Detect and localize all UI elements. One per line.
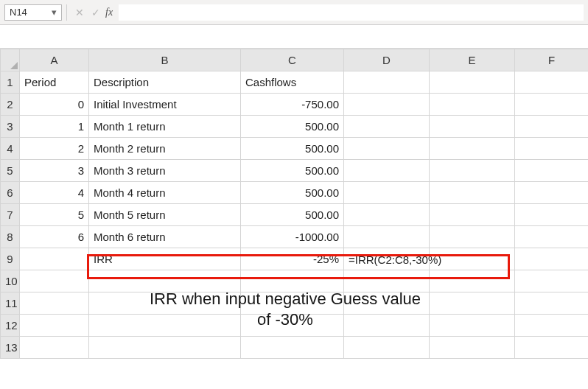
cell-D5[interactable] bbox=[344, 160, 430, 182]
cell-C7[interactable]: 500.00 bbox=[241, 204, 344, 226]
cell-F4[interactable] bbox=[515, 138, 589, 160]
cell-F2[interactable] bbox=[515, 94, 589, 116]
cell-E9[interactable] bbox=[430, 248, 515, 270]
table-row: 3 1 Month 1 return 500.00 bbox=[1, 116, 589, 138]
cell-A11[interactable] bbox=[20, 292, 89, 315]
cell-D3[interactable] bbox=[344, 116, 430, 138]
row-header-3[interactable]: 3 bbox=[1, 116, 20, 138]
col-header-E[interactable]: E bbox=[430, 49, 515, 71]
cell-A4[interactable]: 2 bbox=[20, 138, 89, 160]
row-header-11[interactable]: 11 bbox=[1, 292, 20, 315]
cell-D4[interactable] bbox=[344, 138, 430, 160]
row-header-8[interactable]: 8 bbox=[1, 226, 20, 248]
cell-B5[interactable]: Month 3 return bbox=[89, 160, 241, 182]
name-box[interactable]: N14 ▾ bbox=[4, 4, 62, 21]
cell-C2[interactable]: -750.00 bbox=[241, 94, 344, 116]
cell-F1[interactable] bbox=[515, 71, 589, 94]
col-header-C[interactable]: C bbox=[241, 49, 344, 71]
cell-E8[interactable] bbox=[430, 226, 515, 248]
row-header-10[interactable]: 10 bbox=[1, 270, 20, 292]
cell-E3[interactable] bbox=[430, 116, 515, 138]
cell-B6[interactable]: Month 4 return bbox=[89, 182, 241, 204]
cell-F12[interactable] bbox=[515, 315, 589, 337]
cell-F10[interactable] bbox=[515, 270, 589, 292]
cell-D7[interactable] bbox=[344, 204, 430, 226]
row-header-4[interactable]: 4 bbox=[1, 138, 20, 160]
cell-B13[interactable] bbox=[89, 337, 241, 359]
row-header-9[interactable]: 9 bbox=[1, 248, 20, 270]
cell-A1[interactable]: Period bbox=[20, 71, 89, 94]
cell-F11[interactable] bbox=[515, 292, 589, 315]
name-box-value: N14 bbox=[10, 7, 27, 18]
row-header-2[interactable]: 2 bbox=[1, 94, 20, 116]
table-row: 6 4 Month 4 return 500.00 bbox=[1, 182, 589, 204]
col-header-B[interactable]: B bbox=[89, 49, 241, 71]
table-row: 2 0 Initial Investment -750.00 bbox=[1, 94, 589, 116]
caption-line1: IRR when input negative Guess value bbox=[150, 290, 421, 308]
cell-C5[interactable]: 500.00 bbox=[241, 160, 344, 182]
cell-E13[interactable] bbox=[430, 337, 515, 359]
cell-A8[interactable]: 6 bbox=[20, 226, 89, 248]
confirm-icon: ✓ bbox=[88, 4, 104, 21]
cell-A7[interactable]: 5 bbox=[20, 204, 89, 226]
row-header-7[interactable]: 7 bbox=[1, 204, 20, 226]
cell-A2[interactable]: 0 bbox=[20, 94, 89, 116]
cell-B4[interactable]: Month 2 return bbox=[89, 138, 241, 160]
cell-B9[interactable]: IRR bbox=[89, 248, 241, 270]
cell-A9[interactable] bbox=[20, 248, 89, 270]
cell-F7[interactable] bbox=[515, 204, 589, 226]
row-header-1[interactable]: 1 bbox=[1, 71, 20, 94]
cell-B1[interactable]: Description bbox=[89, 71, 241, 94]
col-header-F[interactable]: F bbox=[515, 49, 589, 71]
cell-C9[interactable]: -25% bbox=[241, 248, 344, 270]
cell-F5[interactable] bbox=[515, 160, 589, 182]
cell-B7[interactable]: Month 5 return bbox=[89, 204, 241, 226]
cell-C4[interactable]: 500.00 bbox=[241, 138, 344, 160]
cell-E5[interactable] bbox=[430, 160, 515, 182]
cell-D9-text: =IRR(C2:C8,-30%) bbox=[349, 253, 441, 265]
cell-A12[interactable] bbox=[20, 315, 89, 337]
cell-A5[interactable]: 3 bbox=[20, 160, 89, 182]
cell-F13[interactable] bbox=[515, 337, 589, 359]
row-header-5[interactable]: 5 bbox=[1, 160, 20, 182]
cell-F6[interactable] bbox=[515, 182, 589, 204]
cell-D13[interactable] bbox=[344, 337, 430, 359]
cell-A10[interactable] bbox=[20, 270, 89, 292]
spreadsheet-grid[interactable]: A B C D E F 1 Period Description Cashflo… bbox=[0, 49, 588, 359]
cell-C3[interactable]: 500.00 bbox=[241, 116, 344, 138]
cell-D1[interactable] bbox=[344, 71, 430, 94]
cell-D2[interactable] bbox=[344, 94, 430, 116]
select-all-corner[interactable] bbox=[1, 49, 20, 71]
cell-A3[interactable]: 1 bbox=[20, 116, 89, 138]
row-header-13[interactable]: 13 bbox=[1, 337, 20, 359]
row-header-12[interactable]: 12 bbox=[1, 315, 20, 337]
cell-F3[interactable] bbox=[515, 116, 589, 138]
col-header-D[interactable]: D bbox=[344, 49, 430, 71]
cell-D8[interactable] bbox=[344, 226, 430, 248]
cell-C6[interactable]: 500.00 bbox=[241, 182, 344, 204]
name-box-dropdown-icon[interactable]: ▾ bbox=[48, 5, 60, 20]
cell-C8[interactable]: -1000.00 bbox=[241, 226, 344, 248]
cell-E2[interactable] bbox=[430, 94, 515, 116]
cell-A6[interactable]: 4 bbox=[20, 182, 89, 204]
cell-B3[interactable]: Month 1 return bbox=[89, 116, 241, 138]
cell-C1[interactable]: Cashflows bbox=[241, 71, 344, 94]
cell-F8[interactable] bbox=[515, 226, 589, 248]
table-row: 1 Period Description Cashflows bbox=[1, 71, 589, 94]
cell-D6[interactable] bbox=[344, 182, 430, 204]
row-header-6[interactable]: 6 bbox=[1, 182, 20, 204]
cell-F9[interactable] bbox=[515, 248, 589, 270]
cell-C13[interactable] bbox=[241, 337, 344, 359]
cell-B2[interactable]: Initial Investment bbox=[89, 94, 241, 116]
cell-D9[interactable]: =IRR(C2:C8,-30%) bbox=[344, 248, 430, 270]
formula-input[interactable] bbox=[119, 4, 584, 21]
cell-E6[interactable] bbox=[430, 182, 515, 204]
cell-B8[interactable]: Month 6 return bbox=[89, 226, 241, 248]
col-header-A[interactable]: A bbox=[20, 49, 89, 71]
cell-A13[interactable] bbox=[20, 337, 89, 359]
cell-E7[interactable] bbox=[430, 204, 515, 226]
cell-E1[interactable] bbox=[430, 71, 515, 94]
cell-E4[interactable] bbox=[430, 138, 515, 160]
fx-icon[interactable]: fx bbox=[105, 7, 113, 18]
table-row: 9 IRR -25% =IRR(C2:C8,-30%) bbox=[1, 248, 589, 270]
